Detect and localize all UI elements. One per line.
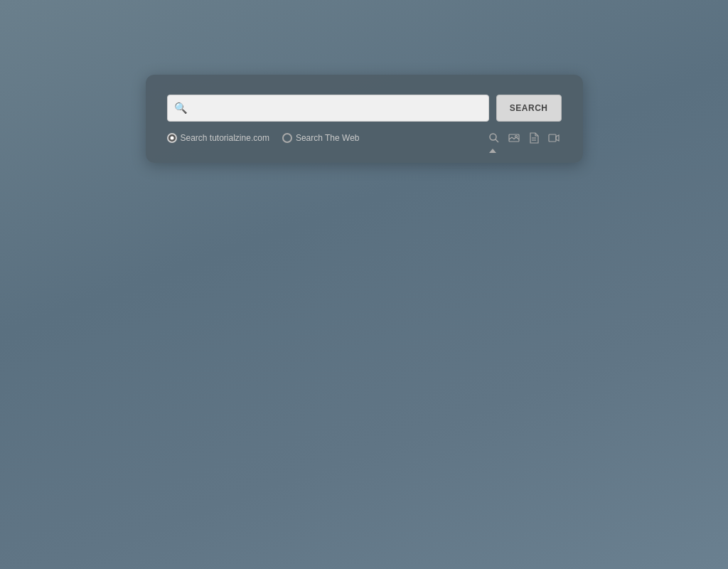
svg-point-0 bbox=[490, 134, 496, 140]
image-icon[interactable] bbox=[506, 130, 522, 146]
search-input-wrapper: 🔍 bbox=[167, 95, 489, 122]
radio-group: Search tutorialzine.com Search The Web bbox=[167, 133, 360, 143]
video-icon[interactable] bbox=[546, 130, 562, 146]
svg-line-1 bbox=[496, 139, 498, 142]
radio-site-label[interactable]: Search tutorialzine.com bbox=[167, 133, 269, 143]
search-row: 🔍 SEARCH bbox=[167, 95, 562, 122]
radio-site-text: Search tutorialzine.com bbox=[181, 133, 269, 143]
radio-site-input[interactable] bbox=[167, 133, 177, 143]
radio-web-text: Search The Web bbox=[296, 133, 360, 143]
search-button[interactable]: SEARCH bbox=[496, 95, 562, 122]
dropdown-arrow-icon bbox=[489, 149, 496, 153]
search-small-icon[interactable] bbox=[486, 130, 502, 146]
svg-point-3 bbox=[515, 136, 517, 138]
svg-rect-6 bbox=[549, 134, 556, 142]
document-icon[interactable] bbox=[526, 130, 542, 146]
search-input[interactable] bbox=[167, 95, 489, 122]
icons-group bbox=[486, 130, 562, 146]
radio-web-label[interactable]: Search The Web bbox=[282, 133, 360, 143]
radio-web-input[interactable] bbox=[282, 133, 292, 143]
search-widget: 🔍 SEARCH Search tutorialzine.com Search … bbox=[146, 75, 583, 163]
options-row: Search tutorialzine.com Search The Web bbox=[167, 130, 562, 146]
